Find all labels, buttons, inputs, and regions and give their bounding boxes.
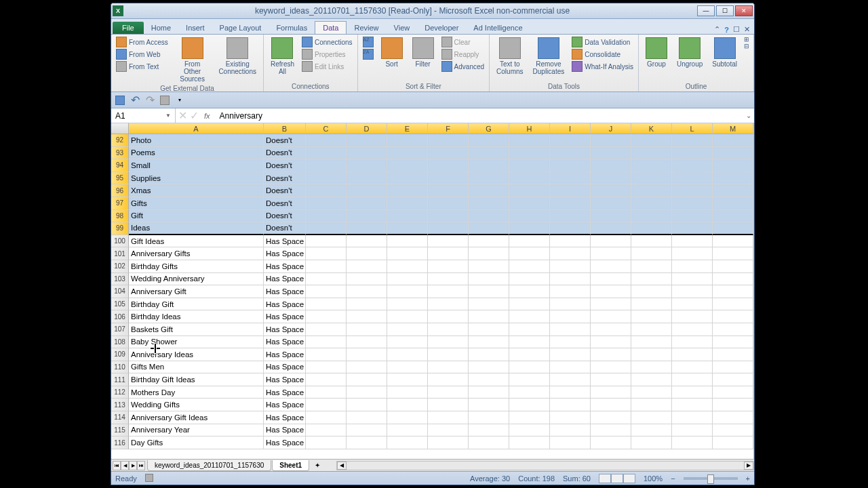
cell-G107[interactable] (469, 323, 509, 336)
cell-F99[interactable] (428, 222, 469, 235)
cell-I102[interactable] (550, 260, 591, 273)
cell-L112[interactable] (672, 386, 713, 399)
cell-I105[interactable] (550, 298, 591, 311)
tab-last-button[interactable]: ⏭ (137, 461, 145, 470)
cell-B95[interactable]: Doesn't (264, 172, 306, 185)
cell-C105[interactable] (306, 298, 347, 311)
row-header-95[interactable]: 95 (111, 172, 129, 185)
row-header-100[interactable]: 100 (111, 235, 129, 248)
cell-L95[interactable] (672, 172, 713, 185)
cell-C112[interactable] (306, 386, 347, 399)
tab-developer[interactable]: Developer (417, 22, 466, 34)
cell-I95[interactable] (550, 172, 591, 185)
cell-K110[interactable] (631, 361, 672, 374)
cell-F97[interactable] (428, 197, 469, 210)
cell-L101[interactable] (672, 247, 713, 260)
cell-M92[interactable] (713, 134, 753, 147)
cell-K108[interactable] (631, 336, 672, 349)
row-header-102[interactable]: 102 (111, 260, 129, 273)
cell-D100[interactable] (347, 235, 387, 248)
print-button[interactable] (159, 94, 171, 106)
cell-F107[interactable] (428, 323, 469, 336)
row-header-107[interactable]: 107 (111, 323, 129, 336)
cell-C110[interactable] (306, 361, 347, 374)
cell-F95[interactable] (428, 172, 469, 185)
cell-L109[interactable] (672, 348, 713, 361)
properties-button[interactable]: Properties (300, 48, 355, 60)
cell-B102[interactable]: Has Space (264, 260, 306, 273)
view-normal-button[interactable] (599, 474, 611, 483)
cell-E102[interactable] (387, 260, 428, 273)
column-header-H[interactable]: H (509, 123, 550, 134)
cell-H94[interactable] (509, 159, 550, 172)
cell-G100[interactable] (469, 235, 509, 248)
cell-C98[interactable] (306, 210, 347, 223)
cell-H100[interactable] (509, 235, 550, 248)
column-header-K[interactable]: K (631, 123, 672, 134)
cell-A106[interactable]: Birthday Ideas (129, 310, 264, 323)
cell-M113[interactable] (713, 399, 753, 411)
vertical-scrollbar[interactable]: ▲ ▼ (753, 123, 754, 459)
cell-L113[interactable] (672, 399, 713, 411)
fx-icon[interactable]: fx (201, 112, 213, 120)
cell-I98[interactable] (550, 210, 591, 223)
cell-K116[interactable] (631, 436, 672, 449)
cell-M93[interactable] (713, 147, 753, 160)
cell-A113[interactable]: Wedding Gifts (129, 399, 264, 411)
row-header-106[interactable]: 106 (111, 310, 129, 323)
row-header-98[interactable]: 98 (111, 210, 129, 223)
cell-D114[interactable] (347, 411, 387, 424)
cell-F92[interactable] (428, 134, 469, 147)
help-icon[interactable]: ? (724, 26, 729, 34)
cell-K102[interactable] (631, 260, 672, 273)
column-header-F[interactable]: F (428, 123, 469, 134)
cell-I115[interactable] (550, 424, 591, 437)
cell-C93[interactable] (306, 147, 347, 160)
cell-L116[interactable] (672, 436, 713, 449)
cell-J112[interactable] (591, 386, 631, 399)
cell-B94[interactable]: Doesn't (264, 159, 306, 172)
cell-J115[interactable] (591, 424, 631, 437)
row-header-97[interactable]: 97 (111, 197, 129, 210)
cell-J92[interactable] (591, 134, 631, 147)
cell-L105[interactable] (672, 298, 713, 311)
column-header-D[interactable]: D (347, 123, 387, 134)
cell-C111[interactable] (306, 373, 347, 386)
cell-D107[interactable] (347, 323, 387, 336)
cell-H106[interactable] (509, 310, 550, 323)
from-access-button[interactable]: From Access (114, 36, 170, 48)
cell-G105[interactable] (469, 298, 509, 311)
cell-L92[interactable] (672, 134, 713, 147)
whatif-analysis-button[interactable]: What-If Analysis (570, 60, 635, 73)
cell-A104[interactable]: Anniversary Gift (129, 285, 264, 298)
doc-close-icon[interactable]: ✕ (744, 25, 750, 34)
cell-K113[interactable] (631, 399, 672, 411)
cell-C108[interactable] (306, 336, 347, 349)
cell-I110[interactable] (550, 361, 591, 374)
cell-D95[interactable] (347, 172, 387, 185)
cell-M106[interactable] (713, 310, 753, 323)
cancel-formula-icon[interactable]: ✕ (178, 109, 187, 122)
cell-E100[interactable] (387, 235, 428, 248)
cell-K104[interactable] (631, 285, 672, 298)
row-header-108[interactable]: 108 (111, 336, 129, 349)
cell-A100[interactable]: Gift Ideas (129, 235, 264, 248)
cell-I107[interactable] (550, 323, 591, 336)
cell-I106[interactable] (550, 310, 591, 323)
cell-B96[interactable]: Doesn't (264, 184, 306, 197)
cell-C116[interactable] (306, 436, 347, 449)
cell-M96[interactable] (713, 184, 753, 197)
cell-E115[interactable] (387, 424, 428, 437)
cell-B101[interactable]: Has Space (264, 247, 306, 260)
minimize-button[interactable]: — (697, 5, 715, 16)
cell-M100[interactable] (713, 235, 753, 248)
cell-J96[interactable] (591, 184, 631, 197)
cell-B100[interactable]: Has Space (264, 235, 306, 248)
cell-I93[interactable] (550, 147, 591, 160)
cell-M98[interactable] (713, 210, 753, 223)
cell-G116[interactable] (469, 436, 509, 449)
cell-D92[interactable] (347, 134, 387, 147)
cell-E104[interactable] (387, 285, 428, 298)
cell-B103[interactable]: Has Space (264, 273, 306, 286)
cell-D93[interactable] (347, 147, 387, 160)
